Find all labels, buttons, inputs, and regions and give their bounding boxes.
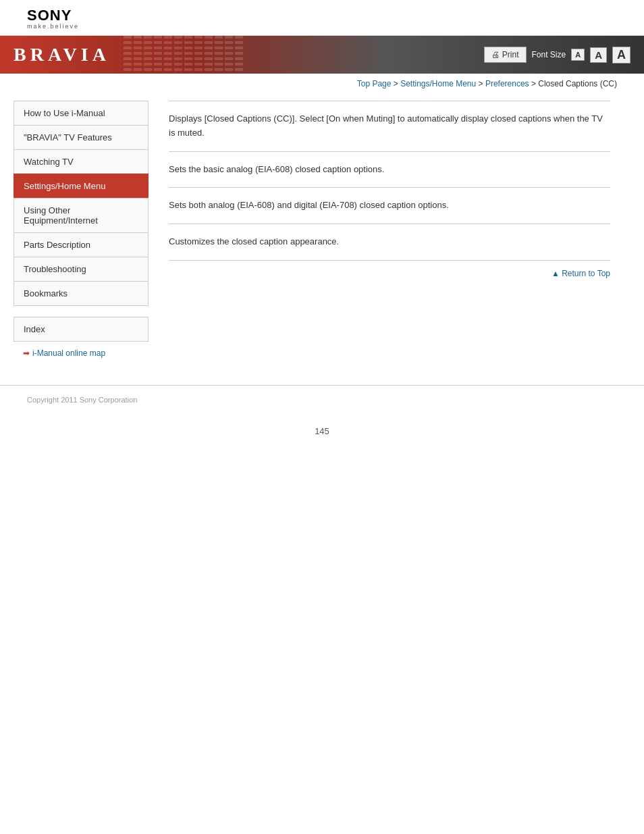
copyright-text: Copyright 2011 Sony Corporation (27, 396, 137, 404)
font-medium-button[interactable]: A (590, 47, 607, 63)
breadcrumb-current: Closed Captions (CC) (538, 79, 617, 88)
font-small-button[interactable]: A (571, 49, 585, 61)
font-size-label: Font Size (532, 50, 566, 59)
print-icon: 🖨 (491, 50, 500, 59)
footer: Copyright 2011 Sony Corporation (0, 385, 644, 413)
sidebar-item-troubleshooting[interactable]: Troubleshooting (14, 257, 149, 281)
content-section-4: Customizes the closed caption appearance… (169, 224, 610, 261)
sidebar-item-bravia-features[interactable]: "BRAVIA" TV Features (14, 125, 149, 149)
triangle-icon: ▲ (552, 269, 562, 278)
breadcrumb-sep3: > (531, 79, 538, 88)
content-area: Displays [Closed Captions (CC)]. Select … (149, 101, 630, 365)
sidebar-item-how-to-use[interactable]: How to Use i-Manual (14, 101, 149, 125)
sidebar-item-parts-description[interactable]: Parts Description (14, 232, 149, 257)
content-text-3: Sets both analog (EIA-608) and digital (… (169, 199, 610, 213)
sidebar-item-settings-home[interactable]: Settings/Home Menu (14, 174, 149, 198)
content-section-2: Sets the basic analog (EIA-608) closed c… (169, 152, 610, 188)
sidebar-item-using-other[interactable]: Using Other Equipment/Internet (14, 198, 149, 232)
content-section-3: Sets both analog (EIA-608) and digital (… (169, 188, 610, 224)
breadcrumb-sep2: > (479, 79, 485, 88)
breadcrumb-sep1: > (394, 79, 400, 88)
breadcrumb: Top Page > Settings/Home Menu > Preferen… (0, 74, 644, 94)
font-large-button[interactable]: A (612, 47, 630, 63)
sidebar-index[interactable]: Index (14, 317, 149, 342)
return-to-top[interactable]: ▲ Return to Top (169, 261, 610, 278)
breadcrumb-top[interactable]: Top Page (357, 79, 392, 88)
sony-logo: SONY (27, 8, 617, 23)
print-button[interactable]: 🖨 Print (484, 47, 527, 63)
content-text-4: Customizes the closed caption appearance… (169, 235, 610, 249)
sony-header: SONY make.believe (0, 0, 644, 36)
sidebar-item-bookmarks[interactable]: Bookmarks (14, 281, 149, 306)
sidebar-online-map[interactable]: ➡ i-Manual online map (14, 342, 149, 365)
content-text-2: Sets the basic analog (EIA-608) closed c… (169, 163, 610, 177)
page-number: 145 (0, 413, 644, 450)
breadcrumb-preferences[interactable]: Preferences (485, 79, 529, 88)
sidebar: How to Use i-Manual "BRAVIA" TV Features… (14, 101, 149, 365)
breadcrumb-settings[interactable]: Settings/Home Menu (400, 79, 476, 88)
bravia-banner: BRAVIA 🖨 Print Font Size A A A (0, 36, 644, 74)
content-section-1: Displays [Closed Captions (CC)]. Select … (169, 101, 610, 152)
return-top-label: Return to Top (562, 269, 610, 278)
sony-tagline: make.believe (27, 23, 617, 30)
content-text-1: Displays [Closed Captions (CC)]. Select … (169, 112, 610, 140)
print-label: Print (502, 50, 519, 59)
arrow-icon: ➡ (23, 348, 30, 358)
bravia-title: BRAVIA (14, 44, 110, 66)
sidebar-item-watching-tv[interactable]: Watching TV (14, 149, 149, 174)
